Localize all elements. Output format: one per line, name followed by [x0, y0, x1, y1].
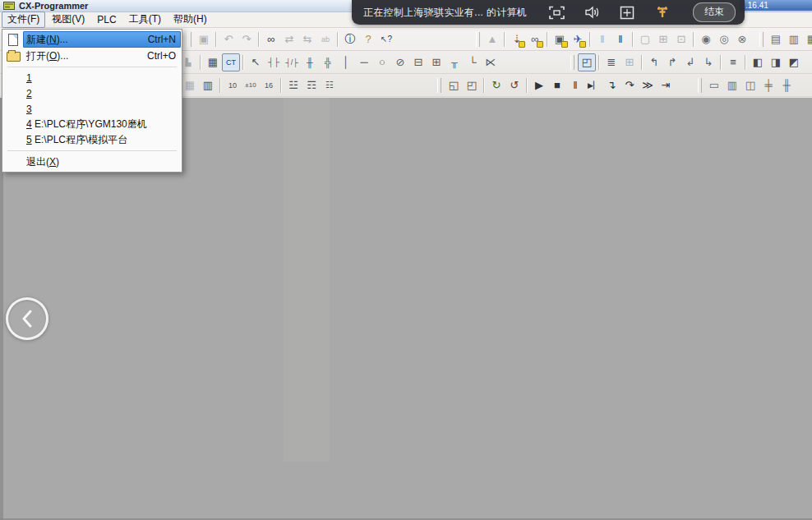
inverted-instruction-icon[interactable]: ⊞	[427, 53, 445, 71]
force-on-icon[interactable]: ◉	[697, 30, 715, 48]
vertical-line-icon[interactable]: │	[337, 53, 355, 71]
delete-row-icon[interactable]: ⋉	[482, 53, 500, 71]
symbol-table-icon[interactable]: ▦	[204, 53, 222, 71]
end-control-button[interactable]: 结束	[693, 2, 736, 22]
run-mode-icon[interactable]: ▲	[483, 30, 501, 48]
run-icon[interactable]: ▶	[530, 76, 548, 94]
output-window-icon[interactable]: ◨	[767, 53, 785, 71]
help-icon[interactable]: ?	[359, 30, 377, 48]
or-contact-icon[interactable]: ╫	[301, 53, 319, 71]
cascade-windows-icon[interactable]: ◱	[445, 76, 463, 94]
find-address-icon[interactable]: ⇆	[298, 30, 316, 48]
info-icon[interactable]: ⓘ	[341, 30, 359, 48]
annotation-icon[interactable]	[616, 3, 639, 21]
toolbar-separator	[745, 55, 746, 70]
menu-item-recent-4[interactable]: 4 E:\PLC程序\YGM130磨机	[3, 117, 181, 132]
menu-file[interactable]: 文件(F)	[2, 12, 45, 28]
menu-help[interactable]: 帮助(H)	[168, 12, 213, 28]
step-into-icon[interactable]: ↴	[602, 76, 621, 94]
layers-icon[interactable]: ≣	[602, 53, 621, 71]
grid-show-icon[interactable]: ▦	[181, 76, 199, 94]
network-node-icon[interactable]: ╪	[759, 76, 777, 94]
grid-edit-icon[interactable]: ▥	[199, 76, 217, 94]
instruction-box-icon[interactable]: ⊟	[409, 53, 427, 71]
menu-item-new[interactable]: 新建(N)...Ctrl+N	[3, 31, 181, 48]
plc-settings-icon[interactable]: ▥	[785, 30, 803, 48]
io-table-icon[interactable]: ▤	[767, 30, 785, 48]
collapse-panel-button[interactable]	[6, 297, 48, 340]
transfer-program-icon[interactable]: ⊞	[654, 30, 672, 48]
undo-icon[interactable]: ↶	[219, 30, 238, 48]
transfer-to-plc-icon[interactable]: ▣	[551, 30, 569, 48]
context-help-icon[interactable]: ↖?	[377, 30, 395, 48]
pause-monitor-icon[interactable]: ‖	[593, 30, 611, 48]
step-run-icon[interactable]: ▶▏	[584, 76, 602, 94]
control-tool-icon[interactable]	[651, 3, 674, 21]
force-cancel-icon[interactable]: ⊗	[733, 30, 751, 48]
monitor-hex-icon[interactable]: 16	[260, 76, 278, 94]
menu-item-recent-5[interactable]: 5 E:\PLC程序\模拟平台	[3, 132, 181, 148]
speaker-icon[interactable]	[581, 3, 604, 21]
select-arrow-icon[interactable]: ↖	[247, 53, 265, 71]
menu-plc[interactable]: PLC	[91, 13, 122, 27]
pause-simulation-icon[interactable]: ‖	[566, 76, 584, 94]
address-reference-icon[interactable]: ⊞	[621, 53, 639, 71]
coil-icon[interactable]: ○	[373, 53, 391, 71]
or-closed-contact-icon[interactable]: ╬	[319, 53, 337, 71]
run-to-cursor-icon[interactable]: ⇥	[657, 76, 675, 94]
pause-icon[interactable]: ‖	[611, 30, 630, 48]
toolbar-separator	[693, 32, 694, 47]
menu-item-exit[interactable]: 退出(X)	[3, 154, 181, 170]
transfer-from-plc-icon[interactable]: ✈	[569, 30, 587, 48]
monitor-decimal-icon[interactable]: 10	[224, 76, 242, 94]
monitor-icon[interactable]: ☳	[284, 76, 302, 94]
simulator-network-icon[interactable]: ↺	[505, 76, 524, 94]
replace-icon[interactable]: ⇄	[280, 30, 298, 48]
menu-separator	[7, 67, 177, 67]
stop-icon[interactable]: ■	[548, 76, 566, 94]
work-online-icon[interactable]: ⇣	[508, 30, 526, 48]
normally-open-contact-icon[interactable]: ┤├	[265, 53, 283, 71]
step-over-icon[interactable]: ↷	[621, 76, 639, 94]
menu-view[interactable]: 视图(V)	[46, 12, 90, 28]
fullscreen-icon[interactable]	[546, 3, 569, 21]
horizontal-line-icon[interactable]: ─	[355, 53, 373, 71]
differential-monitor-icon[interactable]: ☷	[321, 76, 339, 94]
rack-icon[interactable]: ▥	[723, 76, 741, 94]
change-all-icon[interactable]: ab	[316, 30, 334, 48]
normally-closed-contact-icon[interactable]: ┤/├	[283, 53, 301, 71]
tile-windows-icon[interactable]: ◰	[463, 76, 481, 94]
redo-icon[interactable]: ↷	[238, 30, 256, 48]
menu-item-recent-1[interactable]: 1	[3, 70, 181, 85]
menu-item-open[interactable]: 打开(O)...Ctrl+O	[3, 48, 181, 64]
menu-tools[interactable]: 工具(T)	[123, 12, 167, 28]
menu-item-recent-3[interactable]: 3	[3, 101, 181, 117]
force-off-icon[interactable]: ◎	[715, 30, 733, 48]
memory-card-icon[interactable]: ▦	[803, 30, 812, 48]
ladder-view-icon[interactable]: CT	[222, 53, 240, 71]
continuous-step-icon[interactable]: ≫	[639, 76, 657, 94]
compile-icon[interactable]: ▢	[636, 30, 654, 48]
simulator-online-icon[interactable]: ↻	[487, 76, 505, 94]
menu-item-recent-2[interactable]: 2	[3, 85, 181, 101]
end-line-icon[interactable]: └	[464, 53, 482, 71]
closed-coil-icon[interactable]: ⊘	[391, 53, 409, 71]
work-online-simulator-icon[interactable]: ∞	[526, 30, 544, 48]
show-windows-icon[interactable]: ◰	[578, 53, 596, 71]
watch-window-icon[interactable]: ◧	[749, 53, 767, 71]
monitor-signed-decimal-icon[interactable]: ±10	[242, 76, 260, 94]
device-icon[interactable]: ◫	[741, 76, 759, 94]
network-branch-icon[interactable]: ╫	[777, 76, 796, 94]
differentiate-icon[interactable]: ╥	[445, 53, 464, 71]
unit-icon[interactable]: ▭	[705, 76, 723, 94]
project-hierarchy-icon[interactable]: ≡	[724, 53, 742, 71]
find-icon[interactable]: ∞	[262, 30, 280, 48]
goto-output-icon[interactable]: ↱	[663, 53, 681, 71]
goto-previous-jump-icon[interactable]: ↳	[699, 53, 717, 71]
goto-next-address-icon[interactable]: ↲	[681, 53, 699, 71]
cross-reference-icon[interactable]: ◩	[785, 53, 803, 71]
goto-input-icon[interactable]: ↰	[645, 53, 663, 71]
monitor-pause-icon[interactable]: ☶	[302, 76, 321, 94]
online-edit-icon[interactable]: ⊡	[672, 30, 690, 48]
save-all-icon[interactable]: ▣	[195, 30, 213, 48]
